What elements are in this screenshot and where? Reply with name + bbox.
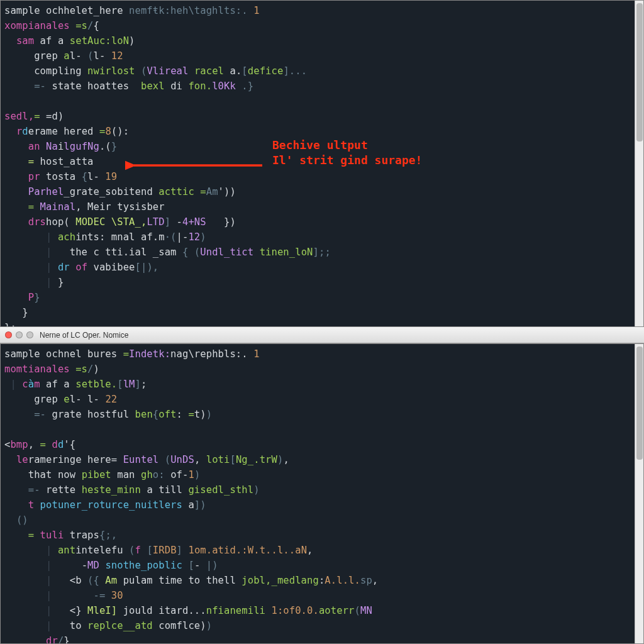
code-line: P} bbox=[4, 290, 637, 305]
traffic-lights bbox=[5, 331, 33, 338]
code-line: lerameringe here= Euntel (UnDS, loti[Ng_… bbox=[4, 452, 637, 467]
code-line: } bbox=[4, 305, 637, 320]
code-line: }; bbox=[4, 320, 637, 327]
code-line: pr tosta {l- 19 bbox=[4, 169, 637, 184]
code-line: | } bbox=[4, 275, 637, 290]
code-line: an NailgufNg.(} bbox=[4, 139, 637, 154]
code-line: xompianales =s/{ bbox=[4, 18, 637, 33]
scrollbar-thumb-top[interactable] bbox=[636, 3, 643, 142]
code-area-top[interactable]: sample ochhelet_here nemfŧk:heh\taghlts:… bbox=[1, 1, 643, 327]
code-line: sedl,= =d) bbox=[4, 109, 637, 124]
scrollbar-thumb-bottom[interactable] bbox=[636, 347, 643, 460]
code-line: =- grate hostful ben{oft: =t)) bbox=[4, 407, 637, 422]
code-line: | <} MleI] jould itard...nfianemili 1:of… bbox=[4, 603, 637, 618]
code-line: = Mainal, Meir tysisber bbox=[4, 199, 637, 214]
traffic-light-close-icon[interactable] bbox=[5, 331, 12, 338]
code-line: sample ochhelet_here nemfŧk:heh\taghlts:… bbox=[4, 3, 637, 18]
code-line: drshop( MODEC \STA_,LTD] -4+NS }) bbox=[4, 214, 637, 230]
code-line: grep el- l- 22 bbox=[4, 392, 637, 407]
code-line bbox=[4, 422, 637, 437]
code-line: | antintelefu (f [IRDB] 1om.atid.:W.t..l… bbox=[4, 543, 637, 558]
traffic-light-zoom-icon[interactable] bbox=[26, 331, 33, 338]
code-line: | -= 30 bbox=[4, 588, 637, 603]
editor-pane-top[interactable]: sample ochhelet_here nemfŧk:heh\taghlts:… bbox=[0, 0, 644, 327]
code-line: () bbox=[4, 513, 637, 528]
code-line: t potuner_roturce_nuitlers a]) bbox=[4, 497, 637, 513]
scrollbar-bottom[interactable] bbox=[635, 344, 643, 643]
code-line: =- rette heste_minn a till gisedl_sthl) bbox=[4, 482, 637, 497]
code-line: sample ochnel bures =Indetk:nag\rephbls:… bbox=[4, 347, 637, 362]
code-line: = host_atta bbox=[4, 154, 637, 169]
code-line: = tuli traps{;, bbox=[4, 528, 637, 543]
code-line: | càm af a setble.[lM]; bbox=[4, 377, 637, 392]
code-line: =- state hoattes bexl di fon.l0Kk .} bbox=[4, 79, 637, 94]
code-area-bottom[interactable]: sample ochnel bures =Indetk:nag\rephbls:… bbox=[1, 344, 643, 644]
code-line: <bmp, = dd'{ bbox=[4, 437, 637, 452]
code-line bbox=[4, 94, 637, 109]
traffic-light-minimize-icon[interactable] bbox=[16, 331, 23, 338]
tab-title: Nerne of LC Oper. Nomice bbox=[40, 331, 128, 340]
code-line: | <b ({ Am pulam time to thell jobl,_med… bbox=[4, 573, 637, 588]
tab-bar: Nerne of LC Oper. Nomice bbox=[0, 327, 644, 343]
editor-pane-bottom[interactable]: sample ochnel bures =Indetk:nag\rephbls:… bbox=[0, 343, 644, 644]
code-line: rderame hered =8(): bbox=[4, 124, 637, 139]
code-line: | -MD snothe_poblic [- |) bbox=[4, 558, 637, 573]
code-line: | dr of vabibee[|), bbox=[4, 260, 637, 275]
code-line: | achints: mnal af.m·(|-12) bbox=[4, 230, 637, 245]
code-line: that now pibet man gho: of-1) bbox=[4, 467, 637, 482]
code-line: Parhel_grate_sobitend acttic =Am')) bbox=[4, 184, 637, 199]
scrollbar-top[interactable] bbox=[635, 1, 643, 326]
code-line: grep al- (l- 12 bbox=[4, 48, 637, 64]
code-line: dr/} bbox=[4, 633, 637, 644]
code-line: momtianales =s/) bbox=[4, 362, 637, 377]
code-line: sam af a setAuc:loN) bbox=[4, 33, 637, 48]
code-line: | to replce__atd comflce)) bbox=[4, 618, 637, 633]
code-line: | the c tti.ial _sam { (Undl_tict tinen_… bbox=[4, 245, 637, 260]
code-line: compling nwirlost (Vlireal racel a.[defi… bbox=[4, 64, 637, 79]
